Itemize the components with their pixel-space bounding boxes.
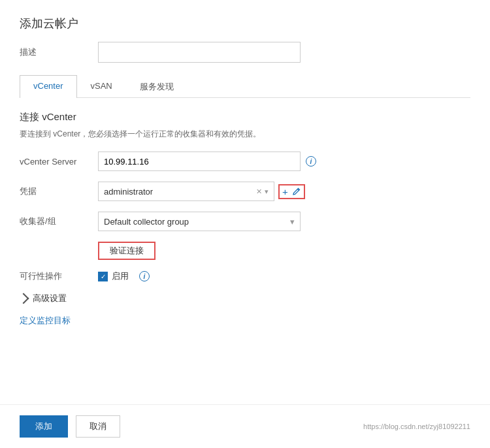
collector-chevron-icon: ▾: [290, 217, 295, 227]
advanced-label: 高级设置: [33, 293, 67, 304]
availability-label: 可行性操作: [20, 270, 98, 282]
section-title: 连接 vCenter: [20, 111, 470, 123]
credential-select[interactable]: administrator ✕ ▾: [98, 182, 274, 201]
clear-icon[interactable]: ✕: [256, 187, 262, 196]
credential-value: administrator: [104, 187, 153, 197]
credential-label: 凭据: [20, 185, 98, 197]
enabled-checkbox-label[interactable]: 启用: [98, 270, 129, 282]
enabled-text: 启用: [112, 270, 129, 282]
credential-row: 凭据 administrator ✕ ▾ +: [20, 182, 470, 201]
tab-vcenter[interactable]: vCenter: [20, 75, 77, 98]
credential-action-icons: +: [278, 184, 305, 199]
advanced-chevron-icon: [18, 293, 29, 304]
description-input[interactable]: [98, 42, 301, 63]
availability-row: 可行性操作 启用 i: [20, 270, 470, 282]
collector-value: Default collector group: [104, 217, 189, 227]
availability-info-icon[interactable]: i: [139, 271, 150, 281]
define-monitor-target-link[interactable]: 定义监控目标: [20, 315, 71, 327]
advanced-settings-row[interactable]: 高级设置: [20, 293, 470, 304]
add-credential-icon[interactable]: +: [282, 187, 288, 197]
tab-vsan[interactable]: vSAN: [77, 75, 126, 98]
collector-label: 收集器/组: [20, 216, 98, 227]
collector-row: 收集器/组 Default collector group ▾: [20, 212, 470, 231]
dialog-body: 描述 vCenter vSAN 服务发现 连接 vCenter 要连接到 vCe…: [0, 42, 490, 404]
chevron-down-icon[interactable]: ▾: [265, 187, 269, 196]
add-cloud-account-dialog: 添加云帐户 描述 vCenter vSAN 服务发现 连接 vCenter 要连…: [0, 0, 490, 448]
edit-credential-icon[interactable]: [292, 187, 301, 196]
description-label: 描述: [20, 46, 98, 58]
watermark-text: https://blog.csdn.net/zyj81092211: [363, 423, 470, 430]
verify-connection-button[interactable]: 验证连接: [98, 242, 155, 260]
tabs-bar: vCenter vSAN 服务发现: [20, 74, 470, 98]
enabled-checkbox[interactable]: [98, 272, 108, 281]
verify-btn-row: 验证连接: [98, 242, 470, 260]
vcenter-server-info-icon[interactable]: i: [306, 156, 316, 167]
dialog-title: 添加云帐户: [0, 0, 490, 42]
cancel-button[interactable]: 取消: [76, 415, 120, 438]
vcenter-server-input[interactable]: [98, 152, 301, 171]
add-button[interactable]: 添加: [20, 415, 68, 438]
vcenter-server-row: vCenter Server i: [20, 152, 470, 171]
section-desc: 要连接到 vCenter，您必须选择一个运行正常的收集器和有效的凭据。: [20, 129, 470, 140]
dialog-footer: 添加 取消 https://blog.csdn.net/zyj81092211: [0, 404, 490, 448]
collector-select[interactable]: Default collector group ▾: [98, 212, 301, 231]
vcenter-server-label: vCenter Server: [20, 157, 98, 167]
tab-service-discovery[interactable]: 服务发现: [126, 75, 188, 98]
description-row: 描述: [20, 42, 470, 63]
